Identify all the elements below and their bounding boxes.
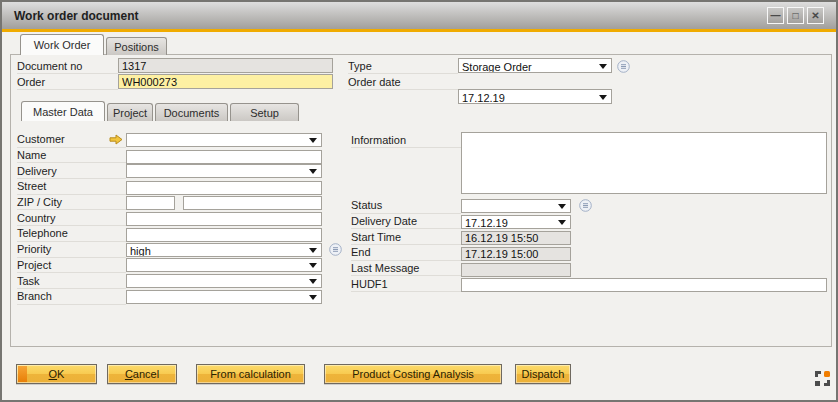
tab-documents-label: Documents	[164, 107, 220, 119]
tab-work-order-label: Work Order	[34, 39, 91, 51]
work-order-panel: Document no Type Storage Order Order Ord…	[10, 54, 832, 347]
chevron-down-icon	[309, 138, 317, 143]
customer-dropdown[interactable]	[126, 133, 322, 147]
maximize-button[interactable]: □	[787, 7, 804, 24]
telephone-field[interactable]	[126, 228, 322, 242]
tab-project-label: Project	[113, 107, 147, 119]
window-title: Work order document	[14, 9, 138, 23]
project-label: Project	[17, 258, 126, 274]
addon-corner-icon[interactable]	[814, 370, 831, 387]
maximize-icon: □	[792, 11, 798, 21]
hudf1-label: HUDF1	[351, 276, 461, 292]
dispatch-button[interactable]: Dispatch	[515, 364, 571, 384]
zip-city-label: ZIP / City	[17, 195, 126, 211]
product-costing-analysis-button[interactable]: Product Costing Analysis	[324, 364, 502, 384]
ok-button[interactable]: OK	[16, 364, 97, 384]
detail-tabs: Master Data Project Documents Setup	[21, 101, 299, 121]
dispatch-button-label: Dispatch	[522, 368, 565, 380]
order-field[interactable]	[118, 74, 333, 89]
type-valid-values-icon[interactable]	[617, 60, 630, 73]
chevron-down-icon	[309, 263, 317, 268]
task-dropdown[interactable]	[126, 274, 322, 288]
close-button[interactable]: ✕	[807, 7, 824, 24]
window-controls: — □ ✕	[767, 7, 824, 24]
status-label: Status	[351, 198, 461, 214]
project-dropdown[interactable]	[126, 258, 322, 272]
chevron-down-icon	[599, 64, 607, 69]
minimize-button[interactable]: —	[767, 7, 784, 24]
delivery-dropdown[interactable]	[126, 164, 322, 178]
priority-dropdown[interactable]: high	[126, 243, 322, 257]
work-order-document-window: Work order document — □ ✕ Work Order Pos…	[0, 0, 838, 402]
tab-project[interactable]: Project	[107, 103, 153, 121]
status-valid-values-icon[interactable]	[579, 199, 592, 212]
order-label: Order	[17, 75, 118, 90]
from-calculation-button-label: From calculation	[210, 368, 291, 380]
tab-master-data-label: Master Data	[33, 106, 93, 118]
country-label: Country	[17, 210, 126, 226]
title-bar[interactable]: Work order document	[2, 2, 836, 29]
customer-label-text: Customer	[17, 133, 65, 145]
delivery-date-dropdown[interactable]: 17.12.19	[461, 215, 571, 229]
accent-bar	[2, 29, 836, 32]
task-label: Task	[17, 273, 126, 289]
telephone-label: Telephone	[17, 226, 126, 242]
cancel-button[interactable]: Cancel	[107, 364, 177, 384]
tab-positions[interactable]: Positions	[106, 37, 167, 55]
type-label: Type	[348, 59, 458, 74]
master-data-left-column: Customer Name Delivery Stree	[17, 132, 322, 305]
priority-label: Priority	[17, 242, 126, 258]
information-label: Information	[351, 132, 461, 148]
branch-label: Branch	[17, 289, 126, 305]
product-costing-analysis-button-label: Product Costing Analysis	[352, 368, 474, 380]
zip-field[interactable]	[126, 196, 175, 210]
street-label: Street	[17, 179, 126, 195]
from-calculation-button[interactable]: From calculation	[196, 364, 305, 384]
last-message-label: Last Message	[351, 261, 461, 277]
status-dropdown[interactable]	[461, 199, 571, 213]
tab-work-order[interactable]: Work Order	[20, 34, 104, 55]
start-time-label: Start Time	[351, 229, 461, 245]
close-icon: ✕	[811, 11, 819, 21]
chevron-down-icon	[558, 204, 566, 209]
chevron-down-icon	[599, 95, 607, 100]
chevron-down-icon	[558, 220, 566, 225]
order-date-dropdown[interactable]: 17.12.19	[458, 89, 612, 104]
delivery-date-label: Delivery Date	[351, 214, 461, 230]
order-date-value: 17.12.19	[462, 92, 505, 104]
chevron-down-icon	[309, 169, 317, 174]
city-field[interactable]	[183, 196, 322, 210]
priority-valid-values-icon[interactable]	[329, 243, 342, 256]
information-textarea[interactable]	[461, 132, 827, 194]
customer-label: Customer	[17, 132, 126, 148]
tab-setup[interactable]: Setup	[230, 103, 299, 121]
delivery-date-value: 17.12.19	[465, 217, 508, 229]
tab-documents[interactable]: Documents	[155, 103, 228, 121]
document-tabs: Work Order Positions	[20, 34, 167, 55]
document-no-field[interactable]	[118, 58, 333, 73]
cancel-button-label: Cancel	[125, 368, 159, 380]
tab-positions-label: Positions	[114, 41, 159, 53]
tab-setup-label: Setup	[250, 107, 279, 119]
ok-button-label: OK	[49, 368, 65, 380]
link-arrow-icon[interactable]	[109, 134, 123, 145]
branch-dropdown[interactable]	[126, 290, 322, 304]
delivery-label: Delivery	[17, 163, 126, 179]
end-label: End	[351, 245, 461, 261]
street-field[interactable]	[126, 181, 322, 195]
type-dropdown[interactable]: Storage Order	[458, 58, 612, 73]
name-label: Name	[17, 148, 126, 164]
chevron-down-icon	[309, 279, 317, 284]
tab-master-data[interactable]: Master Data	[21, 101, 105, 121]
master-data-right-column: Status Delivery Date 17.12.19 Start Tim	[351, 198, 833, 292]
order-date-label: Order date	[348, 75, 458, 90]
hudf1-field[interactable]	[461, 278, 827, 292]
priority-value: high	[130, 245, 151, 257]
document-no-label: Document no	[17, 59, 118, 74]
chevron-down-icon	[309, 295, 317, 300]
type-value: Storage Order	[462, 61, 532, 73]
chevron-down-icon	[309, 248, 317, 253]
name-field[interactable]	[126, 150, 322, 164]
minimize-icon: —	[771, 11, 781, 21]
